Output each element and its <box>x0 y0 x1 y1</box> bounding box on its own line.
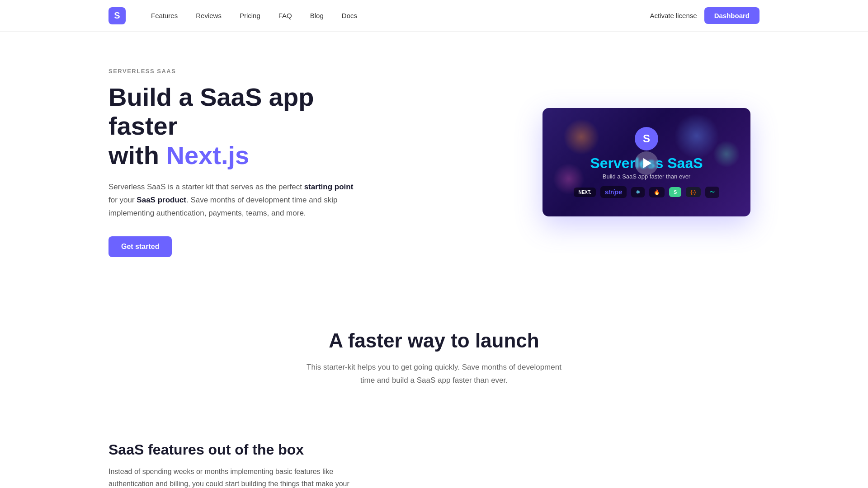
video-content: S Serverless SaaS Build a SaaS app faste… <box>542 108 750 216</box>
hero-desc-part1: Serverless SaaS is a starter kit that se… <box>108 183 304 191</box>
video-title-accent: SaaS <box>667 155 703 171</box>
tech-badge-firebase: 🔥 <box>649 187 665 197</box>
dashboard-button[interactable]: Dashboard <box>704 7 760 24</box>
tech-badge-react: ⚛ <box>631 187 645 197</box>
hero-left: SERVERLESS SAAS Build a SaaS app faster … <box>108 68 362 257</box>
logo[interactable]: S <box>108 7 126 24</box>
video-tech-icons: NEXT. stripe ⚛ 🔥 S {-} 〜 <box>574 186 719 198</box>
activate-license-link[interactable]: Activate license <box>650 12 697 19</box>
faster-section: A faster way to launch This starter-kit … <box>0 284 868 414</box>
tech-badge-nextjs: NEXT. <box>574 188 595 197</box>
tech-badge-supabase: S <box>669 187 681 197</box>
hero-description: Serverless SaaS is a starter kit that se… <box>108 181 362 220</box>
hero-right: S Serverless SaaS Build a SaaS app faste… <box>533 108 760 216</box>
nav-links: Features Reviews Pricing FAQ Blog Docs <box>144 8 364 23</box>
nav-link-pricing[interactable]: Pricing <box>232 8 268 23</box>
play-triangle-icon <box>643 158 651 168</box>
nav-link-docs[interactable]: Docs <box>335 8 364 23</box>
hero-desc-bold2: SaaS product <box>137 196 186 204</box>
hero-desc-part2: for your <box>108 196 137 204</box>
nav-link-faq[interactable]: FAQ <box>271 8 299 23</box>
hero-desc-bold1: starting point <box>304 183 354 191</box>
get-started-button[interactable]: Get started <box>108 236 172 257</box>
video-play-button[interactable] <box>635 151 658 175</box>
hero-section: SERVERLESS SAAS Build a SaaS app faster … <box>0 32 868 284</box>
nav-link-features[interactable]: Features <box>144 8 185 23</box>
video-title-block: Serverless SaaS <box>552 155 741 172</box>
hero-title-accent: Next.js <box>166 141 250 169</box>
logo-icon: S <box>108 7 126 24</box>
tech-badge-hono: {-} <box>686 187 700 197</box>
hero-title: Build a SaaS app faster with Next.js <box>108 83 362 170</box>
faster-section-title: A faster way to launch <box>108 329 760 352</box>
features-section-title: SaaS features out of the box <box>108 441 760 458</box>
navbar-right: Activate license Dashboard <box>650 7 760 24</box>
nav-link-blog[interactable]: Blog <box>303 8 331 23</box>
navbar-left: S Features Reviews Pricing FAQ Blog Docs <box>108 7 364 24</box>
nav-link-reviews[interactable]: Reviews <box>189 8 229 23</box>
tech-badge-stripe: stripe <box>600 186 627 198</box>
tech-badge-teal: 〜 <box>705 187 719 198</box>
hero-title-line1: Build a SaaS app faster <box>108 83 314 140</box>
hero-title-line2-plain: with <box>108 141 166 169</box>
video-thumbnail[interactable]: S Serverless SaaS Build a SaaS app faste… <box>542 108 750 216</box>
features-section: SaaS features out of the box Instead of … <box>0 414 868 488</box>
video-logo-icon: S <box>635 127 658 150</box>
hero-eyebrow: SERVERLESS SAAS <box>108 68 362 75</box>
features-section-description: Instead of spending weeks or months impl… <box>108 465 353 488</box>
faster-section-subtitle: This starter-kit helps you to get going … <box>298 361 570 387</box>
navbar: S Features Reviews Pricing FAQ Blog Docs… <box>0 0 868 32</box>
